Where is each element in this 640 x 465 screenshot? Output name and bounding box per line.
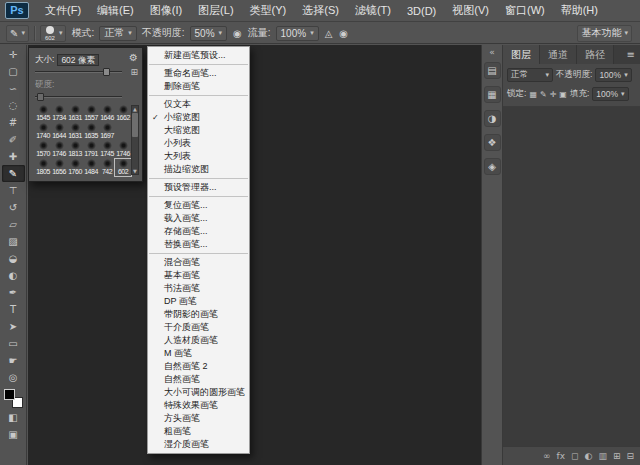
menu-item[interactable]: 3D(D): [399, 0, 444, 21]
context-menu-item[interactable]: ✓ 大列表: [148, 150, 249, 163]
brush-preset-cell[interactable]: 1662: [115, 105, 131, 122]
brush-tool[interactable]: ✎: [2, 165, 25, 182]
foreground-color-swatch[interactable]: [4, 389, 15, 400]
new-group-icon[interactable]: ▥: [598, 451, 607, 461]
menu-item[interactable]: 选择(S): [294, 0, 347, 21]
context-menu-item[interactable]: ✓ 新建画笔预设...: [148, 49, 249, 62]
menu-item[interactable]: 窗口(W): [497, 0, 553, 21]
brush-preset-cell[interactable]: 1697: [99, 123, 115, 140]
context-menu-item[interactable]: ✓ 书法画笔: [148, 282, 249, 295]
panel-menu-icon[interactable]: ≡: [627, 49, 640, 60]
menu-item[interactable]: 编辑(E): [89, 0, 142, 21]
swatches-panel-icon[interactable]: ▦: [484, 86, 501, 103]
brush-preset-cell[interactable]: 1484: [83, 159, 99, 176]
context-menu-item[interactable]: ✓ 删除画笔: [148, 80, 249, 93]
brush-preset-cell[interactable]: 1646: [99, 105, 115, 122]
delete-layer-icon[interactable]: ⊟: [626, 451, 634, 461]
tool-preset-picker[interactable]: ✎ ▾: [6, 25, 29, 42]
quick-selection-tool[interactable]: ◌: [2, 97, 25, 114]
context-menu-item[interactable]: ✓ 粗画笔: [148, 425, 249, 438]
menu-item[interactable]: 视图(V): [444, 0, 497, 21]
context-menu-item[interactable]: ✓ 复位画笔...: [148, 199, 249, 212]
move-tool[interactable]: ✛: [2, 46, 25, 63]
layer-blend-mode-dropdown[interactable]: 正常 ▾: [507, 68, 553, 82]
rectangular-marquee-tool[interactable]: ▢: [2, 63, 25, 80]
context-menu-item[interactable]: ✓: [149, 95, 248, 96]
context-menu-item[interactable]: ✓ 预设管理器...: [148, 181, 249, 194]
expand-panels-icon[interactable]: «: [489, 47, 495, 58]
eraser-tool[interactable]: ▱: [2, 216, 25, 233]
layer-style-icon[interactable]: fx: [557, 451, 566, 461]
context-menu-item[interactable]: ✓ 重命名画笔...: [148, 67, 249, 80]
scrollbar-thumb[interactable]: [132, 113, 138, 137]
context-menu-item[interactable]: ✓ 混合画笔: [148, 256, 249, 269]
pressure-opacity-icon[interactable]: ◉: [232, 28, 243, 39]
brush-size-field[interactable]: 602 像素: [57, 54, 99, 66]
lock-position-icon[interactable]: ✛: [550, 90, 557, 99]
airbrush-icon[interactable]: ◬: [324, 28, 334, 39]
context-menu-item[interactable]: ✓ M 画笔: [148, 347, 249, 360]
pressure-size-icon[interactable]: ◉: [338, 28, 349, 39]
menu-item[interactable]: 帮助(H): [553, 0, 606, 21]
layer-opacity-dropdown[interactable]: 100% ▾: [595, 68, 631, 82]
color-panel-icon[interactable]: ▤: [484, 62, 501, 79]
context-menu-item[interactable]: ✓ 小列表: [148, 137, 249, 150]
brush-preset-cell[interactable]: 1635: [83, 123, 99, 140]
zoom-tool[interactable]: ◎: [2, 369, 25, 386]
context-menu-item[interactable]: ✓ 小缩览图: [148, 111, 249, 124]
menu-item[interactable]: 文件(F): [37, 0, 89, 21]
context-menu-item[interactable]: ✓ 自然画笔 2: [148, 360, 249, 373]
panel-tab[interactable]: 通道: [540, 45, 577, 64]
brush-preset-cell[interactable]: 1813: [67, 141, 83, 158]
context-menu-item[interactable]: ✓ 带阴影的画笔: [148, 308, 249, 321]
new-layer-icon[interactable]: ⊞: [613, 451, 621, 461]
gradient-tool[interactable]: ▨: [2, 233, 25, 250]
info-panel-icon[interactable]: ◈: [484, 158, 501, 175]
brush-preset-cell[interactable]: 1656: [51, 159, 67, 176]
opacity-dropdown[interactable]: 50% ▾: [190, 26, 228, 41]
lock-all-icon[interactable]: ▣: [559, 90, 567, 99]
brush-hardness-slider[interactable]: [35, 92, 122, 101]
hand-tool[interactable]: ☛: [2, 352, 25, 369]
brush-preset-cell[interactable]: 1805: [35, 159, 51, 176]
context-menu-item[interactable]: ✓ 描边缩览图: [148, 163, 249, 176]
crop-tool[interactable]: #: [2, 114, 25, 131]
brush-preset-cell[interactable]: 1644: [51, 123, 67, 140]
healing-brush-tool[interactable]: ✚: [2, 148, 25, 165]
brush-preset-cell[interactable]: [115, 123, 131, 140]
context-menu-item[interactable]: ✓: [149, 253, 248, 254]
menu-item[interactable]: 图层(L): [190, 0, 241, 21]
blend-mode-dropdown[interactable]: 正常 ▾: [99, 26, 137, 41]
context-menu-item[interactable]: ✓ 干介质画笔: [148, 321, 249, 334]
context-menu-item[interactable]: ✓ 自然画笔: [148, 373, 249, 386]
screen-mode-button[interactable]: ▣: [2, 426, 25, 443]
blur-tool[interactable]: ◒: [2, 250, 25, 267]
panel-tab[interactable]: 图层: [503, 45, 540, 64]
context-menu-item[interactable]: ✓: [149, 178, 248, 179]
workspace-switcher[interactable]: 基本功能 ▾: [577, 25, 632, 42]
menu-item[interactable]: 图像(I): [142, 0, 190, 21]
brush-preset-cell[interactable]: 1545: [35, 105, 51, 122]
quick-mask-button[interactable]: ◧: [2, 409, 25, 426]
brush-preset-cell[interactable]: 1746: [115, 141, 131, 158]
lock-transparency-icon[interactable]: ▦: [529, 90, 537, 99]
color-swatches[interactable]: [4, 389, 23, 408]
context-menu-item[interactable]: ✓ 湿介质画笔: [148, 438, 249, 451]
path-selection-tool[interactable]: ➤: [2, 318, 25, 335]
scroll-down-icon[interactable]: ▼: [133, 168, 137, 174]
brush-preset-cell[interactable]: 1740: [35, 123, 51, 140]
context-menu-item[interactable]: ✓ DP 画笔: [148, 295, 249, 308]
brush-preset-cell[interactable]: 1631: [67, 105, 83, 122]
eyedropper-tool[interactable]: ✐: [2, 131, 25, 148]
slider-thumb[interactable]: [103, 68, 110, 76]
context-menu-item[interactable]: ✓ 大缩览图: [148, 124, 249, 137]
context-menu-item[interactable]: ✓ 特殊效果画笔: [148, 399, 249, 412]
brush-preset-cell[interactable]: 1791: [83, 141, 99, 158]
brush-preset-cell[interactable]: 602: [115, 159, 131, 176]
flow-dropdown[interactable]: 100% ▾: [276, 26, 319, 41]
history-brush-tool[interactable]: ↺: [2, 199, 25, 216]
scroll-up-icon[interactable]: ▲: [133, 106, 137, 112]
brush-preset-cell[interactable]: 1760: [67, 159, 83, 176]
menu-item[interactable]: 类型(Y): [242, 0, 295, 21]
context-menu-item[interactable]: ✓: [149, 64, 248, 65]
